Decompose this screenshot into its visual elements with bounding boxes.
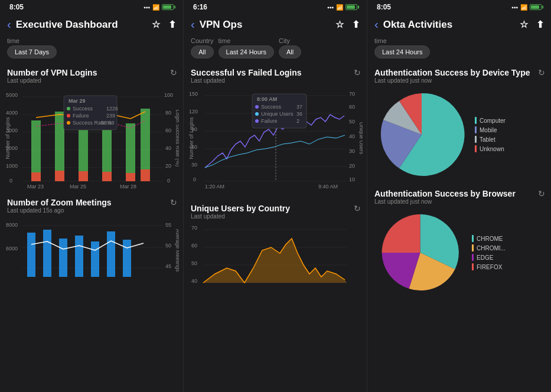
battery-icon-3: [530, 4, 542, 10]
legend-edge: EDGE: [472, 254, 506, 261]
svg-rect-28: [126, 173, 135, 181]
refresh-auth-device[interactable]: ↻: [538, 68, 545, 77]
svg-text:50: 50: [349, 119, 355, 125]
svg-text:50: 50: [165, 243, 171, 249]
svg-text:4000: 4000: [6, 110, 18, 116]
legend-label-unknown: Unknown: [480, 146, 504, 152]
svg-rect-55: [43, 230, 51, 277]
svg-text:1:20 AM: 1:20 AM: [205, 184, 224, 190]
vpn-logins-chart: 5000 4000 3000 2000 1000 0 100 80 60 40 …: [0, 85, 183, 193]
section-auth-device: Authentication Success by Device Type La…: [367, 63, 551, 184]
share-icon-1[interactable]: ⬆: [168, 19, 176, 30]
auth-device-chart: Computer Mobile Tablet Unknown: [367, 85, 551, 184]
svg-rect-59: [107, 231, 115, 277]
back-button-1[interactable]: ‹: [7, 18, 11, 31]
unique-users-svg: 70 60 50 40: [188, 221, 363, 300]
filter-group-time-2: time Last 24 Hours: [219, 37, 274, 58]
svg-rect-57: [75, 236, 83, 277]
refresh-zoom[interactable]: ↻: [170, 198, 177, 207]
legend-mobile: Mobile: [475, 126, 506, 133]
svg-text:Login Success Rate (%): Login Success Rate (%): [175, 110, 179, 167]
svg-rect-22: [126, 123, 135, 181]
battery-icon-2: [345, 4, 357, 10]
back-button-2[interactable]: ‹: [191, 18, 195, 31]
status-time-2: 6:16: [193, 3, 207, 11]
auth-device-title: Authentication Success by Device Type: [374, 68, 544, 77]
section-header-auth-device: Authentication Success by Device Type La…: [367, 63, 551, 85]
unique-users-subtitle: Last updated: [191, 213, 360, 220]
section-vpn-logins: Number of VPN Logins Last updated ↻ 5000…: [0, 63, 183, 193]
unique-users-chart: 70 60 50 40: [184, 221, 367, 305]
legend-chrome: CHROME: [472, 235, 506, 242]
filter-time-btn-2[interactable]: Last 24 Hours: [219, 45, 274, 58]
legend-color-unknown: [475, 145, 477, 152]
share-icon-3[interactable]: ⬆: [536, 19, 544, 30]
svg-rect-60: [123, 240, 131, 277]
zoom-svg: 8000 6000 55 50 45: [5, 215, 179, 292]
svg-text:30: 30: [349, 148, 355, 154]
auth-device-pie-svg: [374, 87, 469, 182]
vpn-logins-svg: 5000 4000 3000 2000 1000 0 100 80 60 40 …: [5, 85, 179, 188]
svg-text:37: 37: [296, 104, 302, 110]
signal-icon-2: ▪▪▪: [327, 4, 334, 11]
svg-text:83.69: 83.69: [101, 120, 115, 126]
refresh-auth-browser[interactable]: ↻: [538, 189, 545, 198]
svg-text:0: 0: [193, 177, 196, 182]
svg-text:8:00 AM: 8:00 AM: [257, 96, 277, 102]
nav-title-3: Okta Activities: [383, 19, 515, 31]
refresh-success-failed[interactable]: ↻: [354, 68, 361, 77]
svg-rect-25: [55, 171, 64, 181]
filter-time-btn-3[interactable]: Last 24 Hours: [374, 45, 430, 58]
star-icon-2[interactable]: ☆: [335, 19, 344, 30]
svg-point-43: [67, 121, 70, 125]
svg-text:Unique Users: Unique Users: [261, 111, 294, 117]
svg-rect-58: [91, 241, 99, 277]
panel-executive-dashboard: 8:05 ▪▪▪ 📶 ‹ Executive Dashboard ☆ ⬆ tim…: [0, 0, 184, 392]
svg-text:2: 2: [296, 118, 299, 124]
svg-text:Mar 23: Mar 23: [27, 184, 44, 188]
status-bar-1: 8:05 ▪▪▪ 📶: [0, 0, 183, 14]
nav-actions-1: ☆ ⬆: [152, 19, 176, 30]
legend-label-chromium: CHROMI...: [477, 245, 506, 251]
svg-text:Failure: Failure: [73, 113, 89, 119]
filter-row-2: Country All time Last 24 Hours City All: [184, 35, 367, 63]
legend-label-mobile: Mobile: [480, 127, 497, 133]
star-icon-3[interactable]: ☆: [520, 19, 528, 30]
signal-icon-3: ▪▪▪: [511, 4, 518, 11]
svg-text:Success: Success: [261, 104, 282, 110]
filter-time-btn-1[interactable]: Last 7 Days: [7, 45, 57, 58]
status-bar-3: 8:05 ▪▪▪ 📶: [367, 0, 551, 14]
filter-group-city: City All: [279, 37, 301, 58]
status-icons-1: ▪▪▪ 📶: [144, 4, 174, 11]
svg-text:20: 20: [165, 163, 171, 169]
status-icons-3: ▪▪▪ 📶: [511, 4, 542, 11]
section-success-failed: Successful vs Failed Logins Last updated…: [184, 63, 367, 199]
filter-city-btn[interactable]: All: [279, 45, 301, 58]
legend-chromium: CHROMI...: [472, 244, 506, 251]
legend-label-chrome: CHROME: [477, 236, 503, 242]
svg-text:Mar 25: Mar 25: [70, 184, 86, 188]
svg-text:1000: 1000: [6, 163, 18, 169]
svg-text:70: 70: [349, 91, 355, 97]
svg-text:10: 10: [349, 177, 355, 182]
legend-firefox: FIREFOX: [472, 263, 506, 270]
svg-text:60: 60: [165, 128, 171, 133]
star-icon-1[interactable]: ☆: [152, 19, 160, 30]
back-button-3[interactable]: ‹: [374, 18, 379, 31]
filter-country-btn[interactable]: All: [191, 45, 214, 58]
auth-browser-chart: CHROME CHROMI... EDGE FIREFOX: [367, 206, 551, 299]
filter-label-time-2: time: [219, 37, 274, 44]
share-icon-2[interactable]: ⬆: [352, 19, 360, 30]
success-failed-svg: 150 120 90 60 30 0 70 60 50 40 30 20 10: [188, 85, 363, 194]
svg-text:100: 100: [164, 92, 173, 98]
section-header-vpn: Number of VPN Logins Last updated: [0, 63, 183, 85]
svg-rect-18: [31, 120, 41, 181]
refresh-unique-users[interactable]: ↻: [354, 204, 361, 213]
refresh-vpn-logins[interactable]: ↻: [170, 68, 177, 77]
vpn-logins-subtitle: Last updated: [7, 77, 176, 84]
section-header-success: Successful vs Failed Logins Last updated: [184, 63, 367, 85]
success-failed-subtitle: Last updated: [191, 77, 360, 84]
svg-text:0: 0: [9, 178, 12, 184]
svg-text:80: 80: [165, 110, 171, 116]
zoom-subtitle: Last updated 15s ago: [7, 207, 176, 214]
